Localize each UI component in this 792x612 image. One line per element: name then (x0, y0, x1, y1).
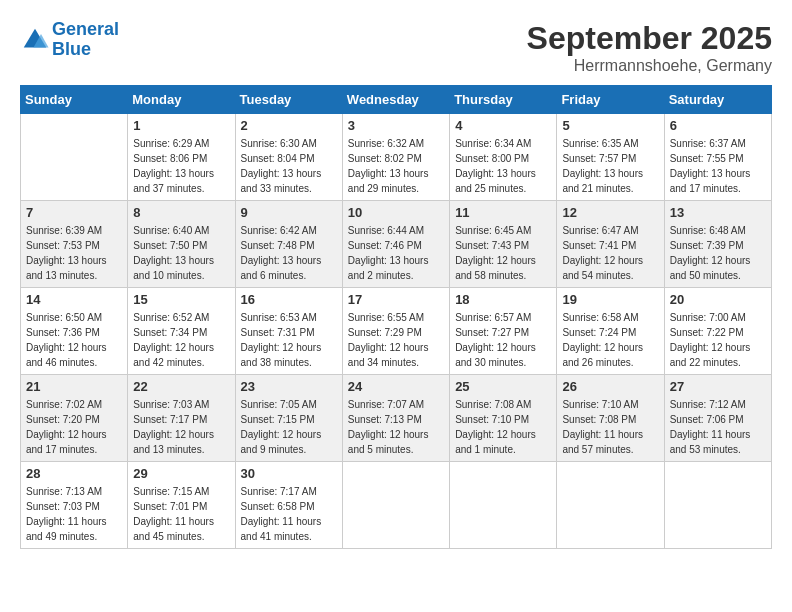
calendar-cell: 8Sunrise: 6:40 AMSunset: 7:50 PMDaylight… (128, 201, 235, 288)
day-number: 6 (670, 118, 766, 133)
day-number: 27 (670, 379, 766, 394)
day-number: 16 (241, 292, 337, 307)
day-info: Sunrise: 7:05 AMSunset: 7:15 PMDaylight:… (241, 397, 337, 457)
day-number: 23 (241, 379, 337, 394)
day-info: Sunrise: 6:35 AMSunset: 7:57 PMDaylight:… (562, 136, 658, 196)
calendar-cell (450, 462, 557, 549)
day-info: Sunrise: 7:12 AMSunset: 7:06 PMDaylight:… (670, 397, 766, 457)
day-info: Sunrise: 7:10 AMSunset: 7:08 PMDaylight:… (562, 397, 658, 457)
day-info: Sunrise: 6:29 AMSunset: 8:06 PMDaylight:… (133, 136, 229, 196)
calendar-cell (342, 462, 449, 549)
calendar-cell: 18Sunrise: 6:57 AMSunset: 7:27 PMDayligh… (450, 288, 557, 375)
calendar-cell: 1Sunrise: 6:29 AMSunset: 8:06 PMDaylight… (128, 114, 235, 201)
week-row-2: 7Sunrise: 6:39 AMSunset: 7:53 PMDaylight… (21, 201, 772, 288)
header-row: SundayMondayTuesdayWednesdayThursdayFrid… (21, 86, 772, 114)
day-info: Sunrise: 6:50 AMSunset: 7:36 PMDaylight:… (26, 310, 122, 370)
day-number: 25 (455, 379, 551, 394)
calendar-cell: 30Sunrise: 7:17 AMSunset: 6:58 PMDayligh… (235, 462, 342, 549)
day-number: 22 (133, 379, 229, 394)
day-number: 28 (26, 466, 122, 481)
calendar-table: SundayMondayTuesdayWednesdayThursdayFrid… (20, 85, 772, 549)
calendar-cell: 17Sunrise: 6:55 AMSunset: 7:29 PMDayligh… (342, 288, 449, 375)
day-info: Sunrise: 7:03 AMSunset: 7:17 PMDaylight:… (133, 397, 229, 457)
day-info: Sunrise: 6:55 AMSunset: 7:29 PMDaylight:… (348, 310, 444, 370)
calendar-cell: 4Sunrise: 6:34 AMSunset: 8:00 PMDaylight… (450, 114, 557, 201)
header-cell-monday: Monday (128, 86, 235, 114)
logo-text: General Blue (52, 20, 119, 60)
day-number: 29 (133, 466, 229, 481)
calendar-cell (664, 462, 771, 549)
day-number: 17 (348, 292, 444, 307)
day-info: Sunrise: 6:39 AMSunset: 7:53 PMDaylight:… (26, 223, 122, 283)
calendar-cell: 23Sunrise: 7:05 AMSunset: 7:15 PMDayligh… (235, 375, 342, 462)
day-info: Sunrise: 7:07 AMSunset: 7:13 PMDaylight:… (348, 397, 444, 457)
day-info: Sunrise: 7:13 AMSunset: 7:03 PMDaylight:… (26, 484, 122, 544)
calendar-cell: 28Sunrise: 7:13 AMSunset: 7:03 PMDayligh… (21, 462, 128, 549)
day-info: Sunrise: 6:48 AMSunset: 7:39 PMDaylight:… (670, 223, 766, 283)
day-info: Sunrise: 6:57 AMSunset: 7:27 PMDaylight:… (455, 310, 551, 370)
day-number: 5 (562, 118, 658, 133)
calendar-cell: 20Sunrise: 7:00 AMSunset: 7:22 PMDayligh… (664, 288, 771, 375)
header-cell-thursday: Thursday (450, 86, 557, 114)
calendar-cell: 19Sunrise: 6:58 AMSunset: 7:24 PMDayligh… (557, 288, 664, 375)
calendar-cell: 5Sunrise: 6:35 AMSunset: 7:57 PMDaylight… (557, 114, 664, 201)
calendar-cell (21, 114, 128, 201)
logo: General Blue (20, 20, 119, 60)
day-info: Sunrise: 6:58 AMSunset: 7:24 PMDaylight:… (562, 310, 658, 370)
calendar-cell: 25Sunrise: 7:08 AMSunset: 7:10 PMDayligh… (450, 375, 557, 462)
calendar-cell: 15Sunrise: 6:52 AMSunset: 7:34 PMDayligh… (128, 288, 235, 375)
day-info: Sunrise: 7:17 AMSunset: 6:58 PMDaylight:… (241, 484, 337, 544)
calendar-cell: 24Sunrise: 7:07 AMSunset: 7:13 PMDayligh… (342, 375, 449, 462)
day-number: 7 (26, 205, 122, 220)
header-cell-sunday: Sunday (21, 86, 128, 114)
day-number: 11 (455, 205, 551, 220)
month-title: September 2025 (527, 20, 772, 57)
day-number: 10 (348, 205, 444, 220)
calendar-cell: 16Sunrise: 6:53 AMSunset: 7:31 PMDayligh… (235, 288, 342, 375)
day-number: 12 (562, 205, 658, 220)
day-info: Sunrise: 7:02 AMSunset: 7:20 PMDaylight:… (26, 397, 122, 457)
day-info: Sunrise: 7:00 AMSunset: 7:22 PMDaylight:… (670, 310, 766, 370)
day-number: 3 (348, 118, 444, 133)
day-number: 15 (133, 292, 229, 307)
calendar-cell: 26Sunrise: 7:10 AMSunset: 7:08 PMDayligh… (557, 375, 664, 462)
calendar-cell: 21Sunrise: 7:02 AMSunset: 7:20 PMDayligh… (21, 375, 128, 462)
calendar-cell: 11Sunrise: 6:45 AMSunset: 7:43 PMDayligh… (450, 201, 557, 288)
week-row-1: 1Sunrise: 6:29 AMSunset: 8:06 PMDaylight… (21, 114, 772, 201)
day-info: Sunrise: 6:44 AMSunset: 7:46 PMDaylight:… (348, 223, 444, 283)
day-number: 26 (562, 379, 658, 394)
header-cell-wednesday: Wednesday (342, 86, 449, 114)
day-number: 20 (670, 292, 766, 307)
day-info: Sunrise: 7:15 AMSunset: 7:01 PMDaylight:… (133, 484, 229, 544)
day-number: 30 (241, 466, 337, 481)
day-number: 2 (241, 118, 337, 133)
day-info: Sunrise: 6:34 AMSunset: 8:00 PMDaylight:… (455, 136, 551, 196)
day-number: 21 (26, 379, 122, 394)
week-row-5: 28Sunrise: 7:13 AMSunset: 7:03 PMDayligh… (21, 462, 772, 549)
calendar-cell: 13Sunrise: 6:48 AMSunset: 7:39 PMDayligh… (664, 201, 771, 288)
page-header: General Blue September 2025 Herrmannshoe… (20, 20, 772, 75)
calendar-cell (557, 462, 664, 549)
day-info: Sunrise: 6:45 AMSunset: 7:43 PMDaylight:… (455, 223, 551, 283)
header-cell-tuesday: Tuesday (235, 86, 342, 114)
day-info: Sunrise: 6:32 AMSunset: 8:02 PMDaylight:… (348, 136, 444, 196)
day-number: 8 (133, 205, 229, 220)
calendar-cell: 27Sunrise: 7:12 AMSunset: 7:06 PMDayligh… (664, 375, 771, 462)
calendar-cell: 6Sunrise: 6:37 AMSunset: 7:55 PMDaylight… (664, 114, 771, 201)
day-number: 18 (455, 292, 551, 307)
day-number: 4 (455, 118, 551, 133)
location-title: Herrmannshoehe, Germany (527, 57, 772, 75)
day-info: Sunrise: 6:37 AMSunset: 7:55 PMDaylight:… (670, 136, 766, 196)
calendar-cell: 14Sunrise: 6:50 AMSunset: 7:36 PMDayligh… (21, 288, 128, 375)
header-cell-saturday: Saturday (664, 86, 771, 114)
day-info: Sunrise: 6:53 AMSunset: 7:31 PMDaylight:… (241, 310, 337, 370)
calendar-cell: 12Sunrise: 6:47 AMSunset: 7:41 PMDayligh… (557, 201, 664, 288)
day-number: 13 (670, 205, 766, 220)
day-info: Sunrise: 6:42 AMSunset: 7:48 PMDaylight:… (241, 223, 337, 283)
day-number: 9 (241, 205, 337, 220)
week-row-4: 21Sunrise: 7:02 AMSunset: 7:20 PMDayligh… (21, 375, 772, 462)
day-info: Sunrise: 6:52 AMSunset: 7:34 PMDaylight:… (133, 310, 229, 370)
logo-line2: Blue (52, 39, 91, 59)
calendar-cell: 7Sunrise: 6:39 AMSunset: 7:53 PMDaylight… (21, 201, 128, 288)
day-number: 24 (348, 379, 444, 394)
